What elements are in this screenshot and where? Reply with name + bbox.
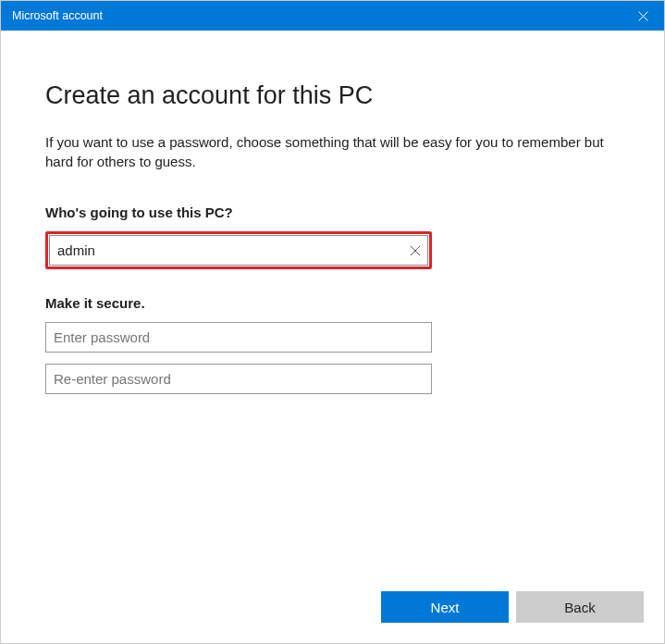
password-section: Make it secure. (45, 295, 620, 405)
titlebar: Microsoft account (1, 1, 664, 31)
footer: Next Back (1, 571, 664, 643)
page-subtext: If you want to use a password, choose so… (45, 132, 620, 171)
username-section-label: Who's going to use this PC? (45, 204, 620, 220)
clear-icon (410, 245, 421, 256)
confirm-password-input-wrap (45, 364, 432, 394)
close-button[interactable] (622, 1, 664, 31)
clear-button[interactable] (407, 242, 424, 259)
page-heading: Create an account for this PC (45, 81, 620, 110)
password-input-wrap (45, 322, 432, 353)
window-title: Microsoft account (12, 9, 103, 22)
password-input[interactable] (45, 322, 432, 353)
next-button[interactable]: Next (381, 591, 509, 623)
content-area: Create an account for this PC If you wan… (1, 31, 664, 571)
username-input-wrap (45, 231, 432, 269)
close-icon (638, 11, 648, 21)
password-section-label: Make it secure. (45, 295, 620, 311)
back-button[interactable]: Back (516, 591, 644, 623)
username-input[interactable] (49, 235, 428, 266)
spacer (45, 405, 620, 571)
confirm-password-input[interactable] (45, 364, 432, 394)
